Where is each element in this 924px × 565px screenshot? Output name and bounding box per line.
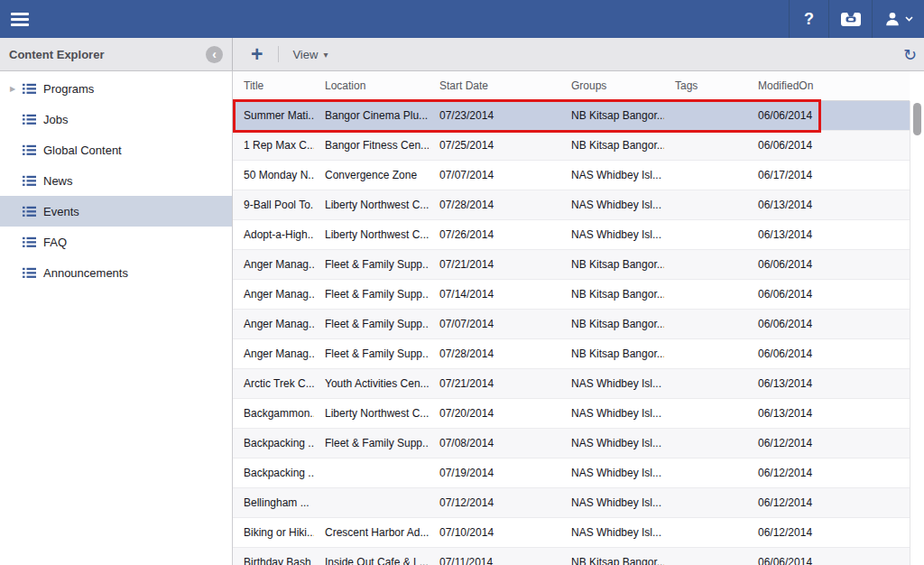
scrollbar-thumb[interactable] [913, 103, 921, 135]
table-row[interactable]: Adopt-a-High...Liberty Northwest C...07/… [233, 220, 910, 250]
cell-start-date: 07/26/2014 [429, 220, 560, 249]
sidebar-item-label: Global Content [43, 144, 122, 157]
sidebar-item-label: Jobs [43, 113, 68, 126]
user-icon [884, 11, 901, 27]
column-header-location[interactable]: Location [314, 71, 429, 100]
add-button[interactable]: + [249, 45, 264, 63]
cell-groups: NAS Whidbey Isl... [560, 458, 664, 487]
cell-location: Fleet & Family Supp... [314, 310, 429, 338]
cell-location: Youth Activities Cen... [314, 369, 429, 398]
cell-title: 50 Monday N... [233, 161, 314, 190]
sidebar-item-announcements[interactable]: Announcements [0, 257, 232, 288]
table-row[interactable]: Biking or Hiki...Crescent Harbor Ad...07… [233, 518, 910, 548]
list-icon [23, 175, 36, 187]
view-dropdown-label: View [292, 48, 318, 61]
cell-start-date: 07/25/2014 [429, 131, 560, 160]
table-row[interactable]: Anger Manag...Fleet & Family Supp...07/1… [233, 280, 910, 310]
vertical-scrollbar[interactable] [910, 101, 924, 565]
cell-start-date: 07/23/2014 [429, 101, 560, 130]
cell-start-date: 07/10/2014 [429, 518, 560, 547]
cell-groups: NAS Whidbey Isl... [560, 488, 664, 517]
column-header-title[interactable]: Title [233, 71, 314, 100]
list-icon [23, 114, 36, 125]
table-row[interactable]: Birthday BashInside Out Cafe & L...07/11… [233, 548, 910, 565]
cell-location: Liberty Northwest C... [314, 190, 429, 219]
cell-groups: NAS Whidbey Isl... [560, 429, 664, 458]
view-dropdown[interactable]: View ▾ [292, 48, 328, 61]
sidebar-item-label: Events [43, 205, 79, 218]
table-row[interactable]: Backgammon...Liberty Northwest C...07/20… [233, 399, 910, 429]
cell-title: Backpacking ... [233, 458, 314, 487]
cell-modifiedon: 06/06/2014 [747, 280, 910, 309]
page-title: Content Explorer [9, 48, 206, 61]
cell-start-date: 07/28/2014 [429, 339, 560, 368]
table-row[interactable]: Bellingham ...07/12/2014NAS Whidbey Isl.… [233, 488, 910, 518]
cell-title: 1 Rep Max C... [233, 131, 314, 160]
cell-modifiedon: 06/13/2014 [747, 190, 910, 219]
cell-modifiedon: 06/12/2014 [747, 488, 910, 517]
sidebar-item-programs[interactable]: ▶Programs [0, 73, 232, 104]
column-header-tags[interactable]: Tags [664, 71, 747, 100]
table-row[interactable]: 9-Ball Pool To...Liberty Northwest C...0… [233, 190, 910, 220]
cell-title: Backgammon... [233, 399, 314, 428]
cell-tags [664, 548, 747, 565]
sidebar-item-label: Announcements [43, 266, 128, 280]
table-row[interactable]: 50 Monday N...Convergence Zone07/07/2014… [233, 161, 910, 190]
cell-groups: NB Kitsap Bangor... [560, 131, 664, 160]
menu-button[interactable] [0, 0, 43, 38]
cell-location [314, 458, 429, 487]
cell-start-date: 07/07/2014 [429, 310, 560, 338]
column-header-modifiedon[interactable]: ModifiedOn [747, 71, 910, 100]
column-header-groups[interactable]: Groups [560, 71, 664, 100]
cell-modifiedon: 06/13/2014 [747, 369, 910, 398]
table-row[interactable]: Anger Manag...Fleet & Family Supp...07/0… [233, 310, 910, 339]
top-navigation-bar: ? [0, 0, 924, 38]
sidebar-item-jobs[interactable]: Jobs [0, 104, 232, 134]
table-row[interactable]: Backpacking ...Fleet & Family Supp...07/… [233, 429, 910, 458]
table-row[interactable]: Backpacking ...07/19/2014NAS Whidbey Isl… [233, 458, 910, 488]
cell-modifiedon: 06/06/2014 [747, 310, 910, 338]
table-row[interactable]: Anger Manag...Fleet & Family Supp...07/2… [233, 339, 910, 369]
table-header-row: TitleLocationStart DateGroupsTagsModifie… [233, 71, 910, 101]
table-row-selected[interactable]: Summer Mati...Bangor Cinema Plu...07/23/… [233, 101, 910, 131]
table-row[interactable]: 1 Rep Max C...Bangor Fitness Cen...07/25… [233, 131, 910, 161]
cell-tags [664, 518, 747, 547]
cell-modifiedon: 06/12/2014 [747, 458, 910, 487]
cell-tags [664, 339, 747, 368]
sidebar-item-faq[interactable]: FAQ [0, 227, 232, 257]
inbox-button[interactable] [828, 0, 872, 38]
cell-title: Backpacking ... [233, 429, 314, 458]
cell-tags [664, 310, 747, 338]
sidebar-item-events[interactable]: Events [0, 196, 232, 227]
cell-groups: NAS Whidbey Isl... [560, 220, 664, 249]
cell-start-date: 07/11/2014 [429, 548, 560, 565]
user-menu-button[interactable] [872, 0, 924, 38]
table-row[interactable]: Arctic Trek C...Youth Activities Cen...0… [233, 369, 910, 399]
cell-groups: NAS Whidbey Isl... [560, 369, 664, 398]
cell-tags [664, 399, 747, 428]
toolbar-divider [278, 46, 279, 62]
table-body: Summer Mati...Bangor Cinema Plu...07/23/… [233, 101, 924, 565]
cell-location: Fleet & Family Supp... [314, 280, 429, 309]
cell-modifiedon: 06/06/2014 [747, 101, 910, 130]
cell-modifiedon: 06/13/2014 [747, 399, 910, 428]
expand-arrow-icon[interactable]: ▶ [7, 85, 23, 93]
refresh-button[interactable]: ↻ [903, 38, 917, 70]
cell-modifiedon: 06/13/2014 [747, 220, 910, 249]
cell-title: 9-Ball Pool To... [233, 190, 314, 219]
cell-modifiedon: 06/06/2014 [747, 339, 910, 368]
cell-location: Bangor Fitness Cen... [314, 131, 429, 160]
column-header-start-date[interactable]: Start Date [429, 71, 560, 100]
cell-location: Liberty Northwest C... [314, 220, 429, 249]
list-icon [23, 267, 36, 279]
sidebar-item-news[interactable]: News [0, 165, 232, 196]
cell-tags [664, 250, 747, 279]
collapse-panel-button[interactable]: ‹ [206, 46, 223, 63]
table-row[interactable]: Anger Manag...Fleet & Family Supp...07/2… [233, 250, 910, 280]
sidebar-item-global-content[interactable]: Global Content [0, 134, 232, 165]
help-button[interactable]: ? [789, 0, 828, 38]
cell-start-date: 07/12/2014 [429, 488, 560, 517]
cell-title: Birthday Bash [233, 548, 314, 565]
cell-modifiedon: 06/06/2014 [747, 548, 910, 565]
cell-location: Fleet & Family Supp... [314, 339, 429, 368]
